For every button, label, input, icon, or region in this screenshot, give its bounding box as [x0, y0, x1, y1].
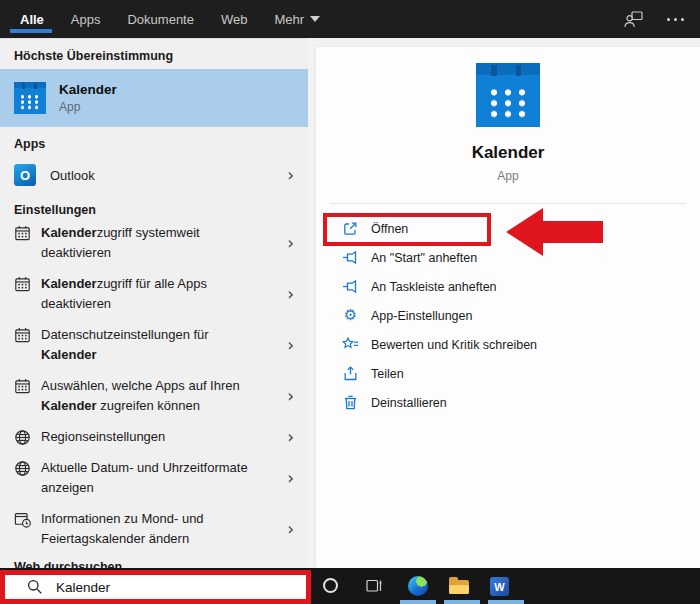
action-app-einstellungen[interactable]: ⚙ App-Einstellungen [342, 301, 700, 330]
running-indicator [488, 600, 524, 604]
result-label: Kalenderzugriff für alle Apps deaktivier… [41, 274, 259, 314]
search-icon [27, 579, 43, 595]
outlook-icon: O [14, 164, 36, 186]
chevron-right-icon: › [287, 235, 294, 252]
action-deinstallieren[interactable]: Deinstallieren [342, 388, 700, 417]
more-options-icon[interactable] [667, 18, 684, 21]
running-indicator [444, 600, 480, 604]
chevron-right-icon: › [287, 429, 294, 446]
calendar-icon [14, 276, 31, 293]
action-label: App-Einstellungen [371, 309, 472, 323]
result-kalenderzugriff-systemweit[interactable]: Kalenderzugriff systemweit deaktivieren … [0, 223, 308, 263]
app-actions-list: Öffnen An "Start" anheften [316, 204, 700, 417]
rate-icon [342, 336, 359, 353]
active-tab-underline [10, 29, 52, 33]
trash-icon [342, 394, 359, 411]
apps-section-header: Apps [14, 137, 294, 151]
search-input[interactable] [56, 580, 276, 595]
file-explorer-icon[interactable] [449, 578, 469, 594]
result-mond-feiertagskalender[interactable]: Informationen zu Mond- und Feiertagskale… [0, 509, 308, 549]
tab-mehr[interactable]: Mehr [274, 12, 320, 27]
action-bewerten[interactable]: Bewerten und Kritik schreiben [342, 330, 700, 359]
tab-dokumente[interactable]: Dokumente [127, 12, 193, 27]
action-label: Bewerten und Kritik schreiben [371, 338, 537, 352]
chevron-right-icon: › [287, 167, 294, 184]
result-regionseinstellungen[interactable]: Regionseinstellungen › [0, 427, 308, 447]
result-label: Datenschutzeinstellungen für Kalender [41, 325, 259, 365]
calendar-clock-icon [14, 511, 31, 528]
search-box-annotation-rect [0, 570, 311, 604]
pin-icon [342, 249, 359, 266]
pin-icon [342, 278, 359, 295]
result-label: Auswählen, welche Apps auf Ihren Kalende… [41, 376, 259, 416]
result-label: Regionseinstellungen [41, 427, 259, 447]
task-view-icon[interactable] [366, 578, 383, 594]
account-icon[interactable] [624, 11, 643, 28]
result-label: Kalenderzugriff systemweit deaktivieren [41, 223, 259, 263]
action-an-taskleiste-anheften[interactable]: An Taskleiste anheften [342, 272, 700, 301]
action-label: Teilen [371, 367, 404, 381]
result-outlook[interactable]: O Outlook › [0, 157, 308, 193]
result-label: Aktuelle Datum- und Uhrzeitformate anzei… [41, 458, 259, 498]
result-auswaehlen-apps-kalender[interactable]: Auswählen, welche Apps auf Ihren Kalende… [0, 376, 308, 416]
filter-tabs: Alle Apps Dokumente Web Mehr [0, 12, 320, 27]
chevron-right-icon: › [287, 286, 294, 303]
result-kalenderzugriff-apps[interactable]: Kalenderzugriff für alle Apps deaktivier… [0, 274, 308, 314]
search-results-panel: Höchste Übereinstimmung Kalender App App… [0, 38, 308, 570]
windows-search-flyout: Alle Apps Dokumente Web Mehr Höchste Übe… [0, 0, 700, 604]
open-icon [342, 220, 359, 237]
tab-apps[interactable]: Apps [71, 12, 101, 27]
calendar-icon [14, 378, 31, 395]
taskbar-search-box[interactable] [5, 579, 306, 595]
result-outlook-label: Outlook [50, 168, 95, 183]
share-icon [342, 365, 359, 382]
chevron-right-icon: › [287, 388, 294, 405]
app-type-label: App [497, 169, 518, 183]
word-icon[interactable]: W [490, 577, 509, 596]
best-match-result-kalender[interactable]: Kalender App [0, 69, 308, 127]
gear-icon: ⚙ [342, 307, 359, 324]
calendar-icon [14, 225, 31, 242]
action-oeffnen[interactable]: Öffnen [342, 214, 700, 243]
best-match-header: Höchste Übereinstimmung [14, 49, 294, 63]
globe-icon [14, 429, 31, 446]
action-an-start-anheften[interactable]: An "Start" anheften [342, 243, 700, 272]
result-datenschutz-kalender[interactable]: Datenschutzeinstellungen für Kalender › [0, 325, 308, 365]
chevron-right-icon: › [287, 337, 294, 354]
action-label: Öffnen [371, 222, 408, 236]
result-datum-uhrzeitformate[interactable]: Aktuelle Datum- und Uhrzeitformate anzei… [0, 458, 308, 498]
chevron-down-icon [310, 16, 320, 22]
best-match-subtitle: App [59, 100, 117, 114]
action-label: Deinstallieren [371, 396, 447, 410]
app-detail-panel: Kalender App Öffnen [316, 47, 700, 568]
app-title: Kalender [472, 143, 545, 163]
search-filter-bar: Alle Apps Dokumente Web Mehr [0, 0, 700, 38]
globe-icon [14, 460, 31, 477]
chevron-right-icon: › [287, 470, 294, 487]
best-match-title: Kalender [59, 82, 117, 97]
chevron-right-icon: › [287, 521, 294, 538]
result-label: Informationen zu Mond- und Feiertagskale… [41, 509, 259, 549]
action-label: An Taskleiste anheften [371, 280, 497, 294]
action-label: An "Start" anheften [371, 251, 477, 265]
settings-section-header: Einstellungen [14, 203, 294, 217]
calendar-icon [14, 327, 31, 344]
edge-icon[interactable] [408, 576, 428, 596]
cortana-icon[interactable] [323, 578, 338, 593]
calendar-app-icon [14, 82, 46, 114]
tab-web[interactable]: Web [221, 12, 248, 27]
running-indicator [400, 600, 436, 604]
calendar-app-icon-large [476, 63, 540, 127]
action-teilen[interactable]: Teilen [342, 359, 700, 388]
tab-alle[interactable]: Alle [20, 12, 44, 27]
settings-results-list: Kalenderzugriff systemweit deaktivieren … [0, 223, 308, 549]
